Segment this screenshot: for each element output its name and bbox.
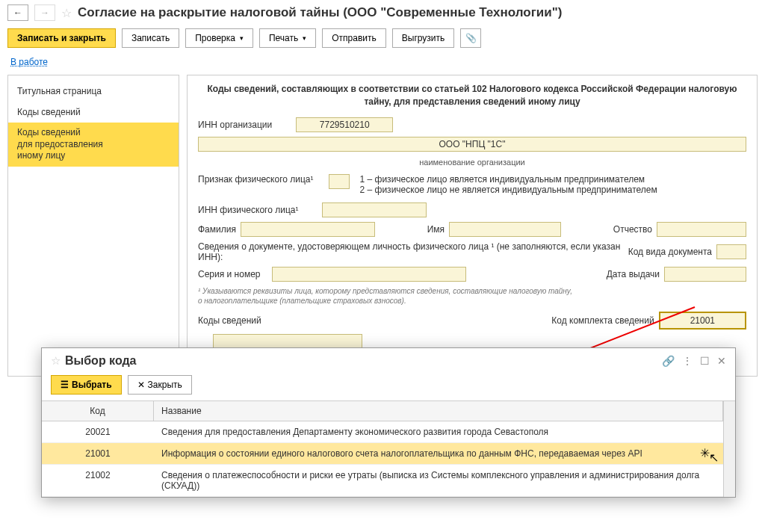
dialog-close-button[interactable]: ✕ Закрыть bbox=[128, 375, 192, 395]
code-table: Код Название 20021 Сведения для предоста… bbox=[42, 400, 735, 497]
close-icon[interactable]: ✕ bbox=[717, 355, 726, 367]
link-icon[interactable]: 🔗 bbox=[662, 355, 675, 367]
surname-label: Фамилия bbox=[198, 224, 236, 235]
table-row[interactable]: 21001 Информация о состоянии единого нал… bbox=[42, 443, 723, 465]
sidebar-item-codes-other[interactable]: Коды сведений для предоставления иному л… bbox=[8, 123, 179, 167]
print-button[interactable]: Печать▾ bbox=[259, 28, 316, 48]
table-row[interactable]: 20021 Сведения для предоставления Департ… bbox=[42, 421, 723, 443]
save-close-button[interactable]: Записать и закрыть bbox=[7, 28, 116, 48]
forward-button: → bbox=[34, 4, 55, 21]
code-field[interactable] bbox=[213, 334, 362, 349]
org-name-field[interactable]: ООО "НПЦ "1С" bbox=[198, 137, 746, 152]
attach-button[interactable]: 📎 bbox=[460, 28, 481, 48]
date-field[interactable] bbox=[664, 267, 746, 282]
sidebar-item-title-page[interactable]: Титульная страница bbox=[8, 81, 179, 102]
select-button[interactable]: ☰ Выбрать bbox=[51, 375, 122, 395]
sidebar: Титульная страница Коды сведений Коды св… bbox=[7, 75, 179, 377]
export-button[interactable]: Выгрузить bbox=[392, 28, 455, 48]
maximize-icon[interactable]: ☐ bbox=[700, 355, 710, 367]
sidebar-item-codes[interactable]: Коды сведений bbox=[8, 102, 179, 123]
sign-field[interactable] bbox=[329, 174, 350, 189]
scrollbar[interactable] bbox=[723, 401, 735, 497]
bundle-code-field[interactable]: 21001 bbox=[659, 312, 746, 330]
star-icon[interactable]: ☆ bbox=[61, 6, 72, 20]
dialog-title: Выбор кода bbox=[65, 354, 662, 368]
inn-fl-field[interactable] bbox=[322, 202, 427, 217]
content-title: Коды сведений, составляющих в соответств… bbox=[198, 83, 746, 108]
th-name[interactable]: Название bbox=[154, 401, 723, 421]
doc-info-label: Сведения о документе, удостоверяющем лич… bbox=[198, 241, 624, 262]
codes-label: Коды сведений bbox=[198, 315, 261, 326]
patronymic-label: Отчество bbox=[613, 224, 652, 235]
code-select-dialog: ☆ Выбор кода 🔗 ⋮ ☐ ✕ ☰ Выбрать ✕ Закрыть… bbox=[41, 347, 736, 498]
series-field[interactable] bbox=[272, 267, 466, 282]
patronymic-field[interactable] bbox=[657, 222, 746, 237]
star-icon[interactable]: ☆ bbox=[51, 354, 61, 368]
sign-option-2: 2 – физическое лицо не является индивиду… bbox=[360, 185, 657, 195]
inn-fl-label: ИНН физического лица¹ bbox=[198, 205, 318, 215]
status-link[interactable]: В работе bbox=[10, 57, 48, 67]
sign-label: Признак физического лица¹ bbox=[198, 174, 314, 185]
doc-kind-label: Код вида документа bbox=[628, 247, 712, 257]
footnote: ¹ Указываются реквизиты лица, которому п… bbox=[198, 286, 746, 306]
back-button[interactable]: ← bbox=[7, 4, 28, 21]
select-icon: ☰ bbox=[61, 380, 69, 390]
inn-org-field[interactable]: 7729510210 bbox=[296, 117, 393, 132]
more-icon[interactable]: ⋮ bbox=[682, 355, 693, 367]
save-button[interactable]: Записать bbox=[122, 28, 179, 48]
doc-kind-field[interactable] bbox=[716, 244, 746, 259]
content-panel: Коды сведений, составляющих в соответств… bbox=[187, 75, 758, 377]
bundle-label: Код комплекта сведений bbox=[551, 315, 654, 326]
date-label: Дата выдачи bbox=[607, 269, 660, 279]
send-button[interactable]: Отправить bbox=[322, 28, 386, 48]
name-label: Имя bbox=[427, 224, 445, 235]
th-code[interactable]: Код bbox=[42, 401, 154, 421]
series-label: Серия и номер bbox=[198, 269, 260, 279]
sign-option-1: 1 – физическое лицо является индивидуаль… bbox=[360, 174, 657, 185]
page-title: Согласие на раскрытие налоговой тайны (О… bbox=[78, 5, 562, 20]
paperclip-icon: 📎 bbox=[465, 33, 477, 43]
check-button[interactable]: Проверка▾ bbox=[185, 28, 253, 48]
inn-org-label: ИНН организации bbox=[198, 120, 272, 130]
surname-field[interactable] bbox=[241, 222, 375, 237]
pointer-icon: ↖ bbox=[709, 451, 719, 465]
close-x-icon: ✕ bbox=[137, 380, 145, 390]
org-name-caption: наименование организации bbox=[198, 158, 746, 167]
name-field[interactable] bbox=[449, 222, 561, 237]
table-row[interactable]: 21002 Сведения о платежеспособности и ри… bbox=[42, 465, 723, 497]
